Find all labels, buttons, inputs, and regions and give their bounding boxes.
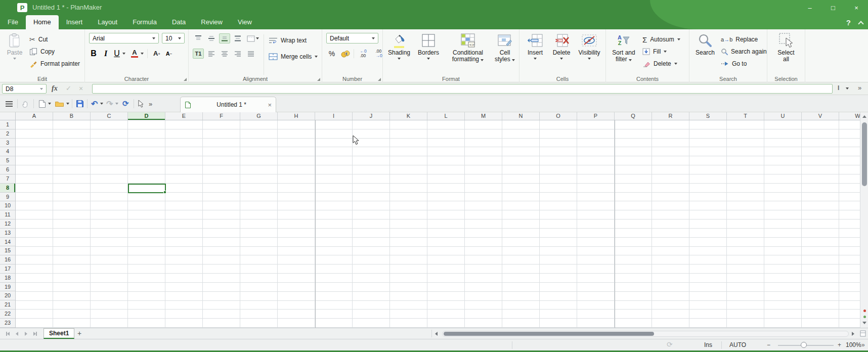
fill-button[interactable]: Fill	[642, 46, 680, 58]
row-header-15[interactable]: 15	[0, 246, 15, 255]
shading-button[interactable]: Shading	[385, 31, 413, 60]
zoom-out-button[interactable]: −	[767, 341, 770, 348]
horizontal-scrollbar[interactable]	[442, 331, 849, 337]
column-header-V[interactable]: V	[802, 112, 839, 120]
text-orientation-button[interactable]: T1	[193, 49, 204, 59]
delete-contents-button[interactable]: Delete	[642, 58, 680, 70]
decrease-decimals-button[interactable]: ←0.00	[357, 49, 370, 59]
tab-review[interactable]: Review	[193, 15, 230, 29]
column-header-I[interactable]: I	[315, 112, 353, 120]
bold-button[interactable]: B	[88, 49, 99, 59]
column-header-R[interactable]: R	[652, 112, 689, 120]
formula-bar-dropdown-icon[interactable]	[846, 87, 849, 90]
column-header-T[interactable]: T	[727, 112, 764, 120]
row-header-20[interactable]: 20	[0, 291, 15, 300]
align-left-icon[interactable]	[206, 49, 217, 59]
spreadsheet-grid[interactable]	[16, 120, 860, 328]
column-header-K[interactable]: K	[390, 112, 427, 120]
sheet-tab-sheet1[interactable]: Sheet1	[44, 328, 74, 339]
maximize-button[interactable]: □	[821, 0, 845, 15]
insert-cells-button[interactable]: Insert	[523, 31, 548, 60]
align-justify-vertical-icon[interactable]	[232, 33, 243, 43]
row-header-14[interactable]: 14	[0, 238, 15, 247]
column-header-P[interactable]: P	[577, 112, 615, 120]
column-header-N[interactable]: N	[502, 112, 540, 120]
zoom-level[interactable]: 100%	[846, 341, 861, 348]
row-header-11[interactable]: 11	[0, 210, 15, 219]
row-header-9[interactable]: 9	[0, 193, 15, 202]
help-icon[interactable]: ?	[846, 18, 851, 27]
row-header-6[interactable]: 6	[0, 165, 15, 174]
align-bottom-icon[interactable]	[219, 33, 230, 43]
hamburger-menu-icon[interactable]	[5, 99, 13, 109]
app-icon[interactable]: P	[17, 3, 27, 12]
column-header-J[interactable]: J	[353, 112, 390, 120]
document-tab-close-icon[interactable]: ×	[268, 101, 272, 109]
cancel-entry-icon[interactable]: ×	[79, 84, 83, 93]
underline-dropdown-icon[interactable]	[122, 53, 125, 55]
select-all-corner[interactable]	[0, 112, 16, 120]
object-mode-icon[interactable]	[138, 99, 144, 109]
new-document-icon[interactable]	[38, 99, 46, 109]
save-icon[interactable]	[76, 99, 84, 109]
tab-formula[interactable]: Formula	[125, 15, 164, 29]
collapse-ribbon-icon[interactable]	[858, 21, 863, 26]
row-header-12[interactable]: 12	[0, 219, 15, 229]
row-header-21[interactable]: 21	[0, 300, 15, 310]
column-header-O[interactable]: O	[540, 112, 577, 120]
status-overflow-icon[interactable]: »	[861, 341, 865, 348]
align-justify-icon[interactable]	[245, 49, 256, 59]
percent-format-button[interactable]: %	[326, 49, 337, 59]
scroll-up-icon[interactable]	[862, 115, 866, 118]
confirm-entry-icon[interactable]: ✓	[66, 84, 71, 92]
edit-line-mode-icon[interactable]: I	[838, 84, 839, 92]
row-header-8[interactable]: 8	[0, 184, 15, 193]
delete-cells-button[interactable]: Delete	[549, 31, 574, 60]
search-button[interactable]: Search	[691, 31, 719, 56]
tab-insert[interactable]: Insert	[59, 15, 91, 29]
first-sheet-button[interactable]	[4, 330, 12, 337]
vertical-scrollbar-thumb[interactable]	[862, 122, 867, 186]
column-header-U[interactable]: U	[764, 112, 802, 120]
autosum-button[interactable]: Σ Autosum	[642, 33, 680, 46]
number-format-select[interactable]: Default	[326, 33, 378, 43]
formula-input[interactable]	[92, 84, 833, 94]
column-header-D[interactable]: D	[128, 112, 165, 120]
toolbar-overflow-icon[interactable]: »	[149, 99, 152, 109]
search-again-button[interactable]: Search again	[721, 46, 767, 58]
scroll-left-icon[interactable]	[435, 332, 438, 336]
column-header-H[interactable]: H	[278, 112, 315, 120]
italic-button[interactable]: I	[100, 49, 111, 59]
visibility-button[interactable]: Visibility	[575, 31, 603, 60]
go-to-button[interactable]: Go to	[721, 58, 767, 70]
row-header-23[interactable]: 23	[0, 319, 15, 328]
tab-data[interactable]: Data	[164, 15, 193, 29]
vertical-scrollbar[interactable]	[860, 112, 868, 328]
zoom-in-button[interactable]: +	[838, 341, 841, 348]
tab-home[interactable]: Home	[26, 15, 59, 29]
previous-sheet-button[interactable]	[13, 330, 21, 337]
open-file-dropdown-icon[interactable]	[66, 103, 69, 113]
recalculate-icon[interactable]: ⟳	[122, 99, 129, 109]
column-header-M[interactable]: M	[465, 112, 502, 120]
new-document-dropdown-icon[interactable]	[48, 103, 51, 113]
row-header-19[interactable]: 19	[0, 283, 15, 292]
insert-function-button[interactable]: fx	[52, 84, 58, 93]
row-header-1[interactable]: 1	[0, 120, 15, 129]
paste-dropdown-icon[interactable]	[13, 58, 16, 60]
font-color-button[interactable]: A	[129, 49, 140, 59]
row-header-13[interactable]: 13	[0, 229, 15, 238]
row-header-17[interactable]: 17	[0, 265, 15, 274]
align-top-icon[interactable]	[193, 33, 204, 43]
cell-reference-box[interactable]: D8	[2, 84, 47, 94]
cell-styles-button[interactable]: Cell styles	[492, 31, 517, 63]
row-header-3[interactable]: 3	[0, 139, 15, 148]
underline-button[interactable]: U	[112, 49, 121, 59]
fill-handle[interactable]	[163, 191, 166, 194]
row-header-4[interactable]: 4	[0, 147, 15, 156]
document-tab[interactable]: Untitled 1 * ×	[180, 97, 276, 112]
shrink-font-button[interactable]: A−	[163, 49, 175, 59]
column-header-W[interactable]: W	[839, 112, 860, 120]
undo-dropdown-icon[interactable]	[100, 103, 103, 113]
replace-button[interactable]: a→b Replace	[721, 33, 767, 46]
